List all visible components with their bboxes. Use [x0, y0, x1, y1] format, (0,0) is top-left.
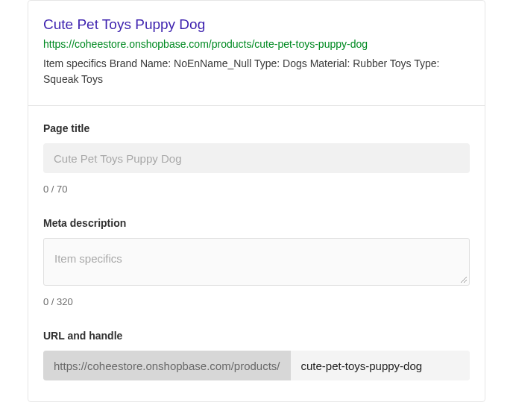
seo-form: Page title 0 / 70 Meta description 0 / 3… [28, 106, 485, 401]
seo-preview: Cute Pet Toys Puppy Dog https://coheesto… [28, 1, 485, 106]
page-title-label: Page title [43, 122, 470, 134]
url-handle-field: URL and handle https://coheestore.onshop… [43, 330, 470, 380]
meta-description-counter: 0 / 320 [43, 296, 470, 307]
meta-description-label: Meta description [43, 217, 470, 229]
page-title-counter: 0 / 70 [43, 184, 470, 195]
seo-card: Cute Pet Toys Puppy Dog https://coheesto… [28, 0, 485, 402]
meta-description-input[interactable] [44, 239, 469, 282]
meta-description-wrap [43, 238, 470, 286]
seo-preview-description: Item specifics Brand Name: NoEnName_Null… [43, 56, 470, 87]
page-title-field: Page title 0 / 70 [43, 122, 470, 195]
page-title-input[interactable] [43, 143, 470, 173]
url-handle-input[interactable] [291, 351, 470, 380]
url-prefix: https://coheestore.onshopbase.com/produc… [43, 351, 291, 380]
url-handle-label: URL and handle [43, 330, 470, 342]
url-handle-row: https://coheestore.onshopbase.com/produc… [43, 351, 470, 380]
seo-preview-title: Cute Pet Toys Puppy Dog [43, 16, 470, 34]
seo-preview-url: https://coheestore.onshopbase.com/produc… [43, 37, 470, 52]
meta-description-field: Meta description 0 / 320 [43, 217, 470, 307]
